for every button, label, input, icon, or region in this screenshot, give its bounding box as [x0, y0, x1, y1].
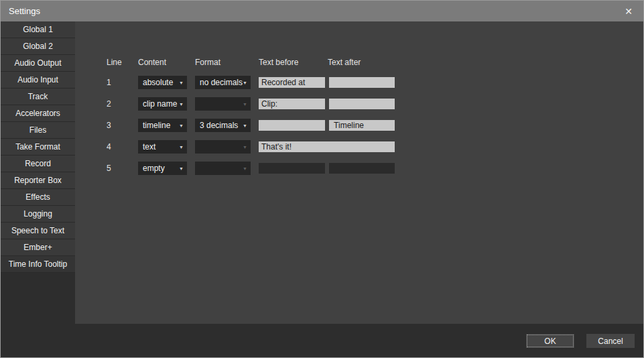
- content-dropdown-row-4[interactable]: text▼: [138, 140, 187, 154]
- format-dropdown-row-1-value: no decimals: [200, 76, 243, 89]
- sidebar-item-take-format[interactable]: Take Format: [1, 139, 75, 156]
- sidebar-item-record[interactable]: Record: [1, 156, 75, 172]
- content-dropdown-row-2-value: clip name: [143, 97, 177, 111]
- settings-dialog: Settings ✕ Global 1Global 2Audio OutputA…: [0, 0, 644, 358]
- sidebar-item-reporter-box[interactable]: Reporter Box: [1, 172, 75, 189]
- chevron-down-icon: ▼: [179, 145, 184, 150]
- format-dropdown-row-3[interactable]: 3 decimals▼: [195, 119, 251, 132]
- chevron-down-icon: ▼: [179, 166, 184, 171]
- chevron-down-icon: ▼: [243, 123, 247, 128]
- line-number: 4: [107, 142, 111, 152]
- column-header-format: Format: [195, 58, 220, 67]
- text-before-input-row-2[interactable]: [259, 99, 325, 109]
- text-input-row-4[interactable]: [259, 141, 395, 152]
- column-header-text-before: Text before: [259, 58, 298, 67]
- tooltip-line-row-2: 2clip name▼▼: [75, 97, 643, 112]
- content-dropdown-row-3-value: timeline: [143, 119, 170, 132]
- text-after-input-row-5: [329, 163, 395, 174]
- sidebar-item-speech-to-text[interactable]: Speech to Text: [1, 223, 75, 239]
- text-before-input-row-1[interactable]: [259, 77, 325, 88]
- sidebar-item-accelerators[interactable]: Accelerators: [1, 105, 75, 122]
- sidebar-item-global-1[interactable]: Global 1: [1, 21, 75, 38]
- content-dropdown-row-3[interactable]: timeline▼: [138, 119, 187, 132]
- cancel-button[interactable]: Cancel: [586, 334, 635, 348]
- content-dropdown-row-5-value: empty: [143, 162, 165, 175]
- text-after-input-row-1[interactable]: [329, 77, 395, 88]
- content-dropdown-row-5[interactable]: empty▼: [138, 162, 187, 175]
- ok-button[interactable]: OK: [526, 334, 574, 348]
- chevron-down-icon: ▼: [243, 145, 247, 150]
- footer-bar: OK Cancel: [1, 324, 643, 357]
- text-before-input-row-3[interactable]: [259, 120, 325, 131]
- chevron-down-icon: ▼: [243, 166, 247, 171]
- close-button[interactable]: ✕: [618, 1, 639, 21]
- format-dropdown-row-2: ▼: [195, 97, 251, 111]
- time-info-tooltip-panel: Line Content Format Text before Text aft…: [75, 21, 643, 324]
- tooltip-line-row-3: 3timeline▼3 decimals▼: [75, 119, 643, 133]
- tooltip-line-row-1: 1absolute▼no decimals▼: [75, 76, 643, 91]
- chevron-down-icon: ▼: [179, 80, 184, 85]
- text-after-input-row-3[interactable]: [329, 120, 395, 131]
- format-dropdown-row-3-value: 3 decimals: [200, 119, 238, 132]
- chevron-down-icon: ▼: [179, 102, 184, 107]
- format-dropdown-row-1[interactable]: no decimals▼: [195, 76, 251, 89]
- format-dropdown-row-4: ▼: [195, 140, 251, 154]
- tooltip-line-row-4: 4text▼▼: [75, 140, 643, 155]
- content-dropdown-row-4-value: text: [143, 140, 155, 154]
- chevron-down-icon: ▼: [243, 102, 247, 107]
- line-number: 3: [107, 121, 111, 130]
- sidebar-item-time-info-tooltip[interactable]: Time Info Tooltip: [1, 256, 75, 273]
- sidebar-item-track[interactable]: Track: [1, 88, 75, 105]
- column-header-line: Line: [107, 58, 122, 67]
- window-title: Settings: [9, 1, 40, 21]
- content-dropdown-row-1-value: absolute: [143, 76, 173, 89]
- line-number: 5: [107, 164, 111, 173]
- chevron-down-icon: ▼: [243, 80, 247, 85]
- column-header-content: Content: [138, 58, 166, 67]
- sidebar-item-audio-input[interactable]: Audio Input: [1, 72, 75, 88]
- titlebar[interactable]: Settings ✕: [1, 1, 643, 21]
- format-dropdown-row-5: ▼: [195, 162, 251, 175]
- column-header-text-after: Text after: [328, 58, 361, 67]
- line-number: 2: [107, 99, 111, 109]
- content-dropdown-row-2[interactable]: clip name▼: [138, 97, 187, 111]
- sidebar-item-ember[interactable]: Ember+: [1, 239, 75, 256]
- sidebar-item-global-2[interactable]: Global 2: [1, 38, 75, 55]
- sidebar-item-effects[interactable]: Effects: [1, 189, 75, 206]
- text-after-input-row-2[interactable]: [329, 99, 395, 109]
- sidebar-item-audio-output[interactable]: Audio Output: [1, 55, 75, 72]
- tooltip-line-row-5: 5empty▼▼: [75, 162, 643, 176]
- chevron-down-icon: ▼: [179, 123, 184, 128]
- sidebar: Global 1Global 2Audio OutputAudio InputT…: [1, 21, 75, 324]
- sidebar-item-logging[interactable]: Logging: [1, 206, 75, 223]
- close-icon: ✕: [625, 6, 633, 17]
- text-before-input-row-5: [259, 163, 325, 174]
- line-number: 1: [107, 78, 111, 87]
- content-dropdown-row-1[interactable]: absolute▼: [138, 76, 187, 89]
- sidebar-item-files[interactable]: Files: [1, 122, 75, 139]
